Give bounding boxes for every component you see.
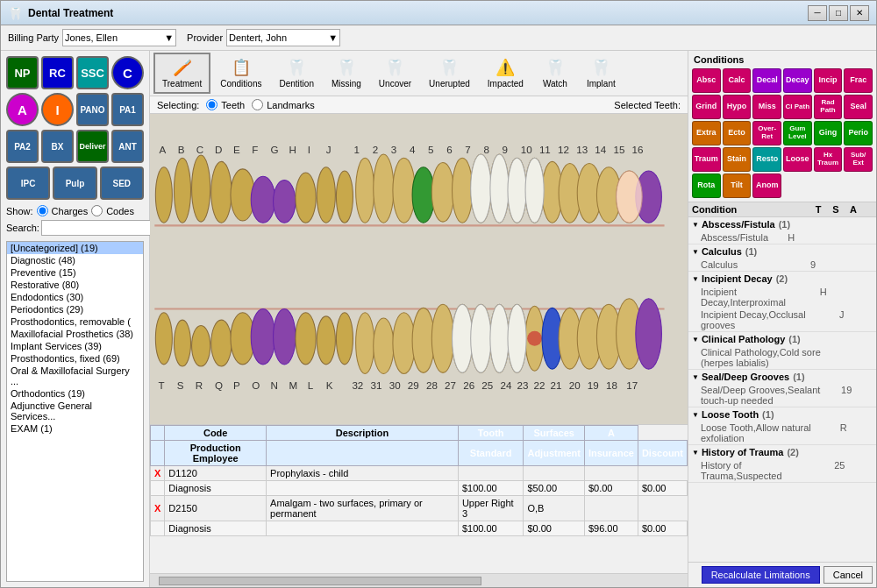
cond-btn-absc[interactable]: Absc (692, 68, 721, 93)
recalculate-button[interactable]: Recalculate Limitations (702, 566, 820, 584)
conditions-list[interactable]: Condition T S A ▼ Abscess/Fistula (1) Ab… (688, 202, 876, 562)
bx-button[interactable]: BX (41, 130, 74, 163)
tree-item-exam[interactable]: EXAM (1) (7, 422, 143, 435)
table-row[interactable]: X D1120 Prophylaxis - child (151, 466, 688, 481)
pa1-button[interactable]: PA1 (111, 93, 144, 126)
pano-button[interactable]: PANO (76, 93, 109, 126)
ant-button[interactable]: ANT (111, 130, 144, 163)
landmarks-radio[interactable] (252, 99, 263, 110)
cond-btn-over-ret[interactable]: Over-Ret (752, 121, 781, 145)
pa2-button[interactable]: PA2 (6, 130, 39, 163)
cond-btn-sub-ext[interactable]: Sub/ Ext (844, 147, 873, 172)
cond-btn-resto[interactable]: Resto (752, 147, 781, 172)
rc-button[interactable]: RC (41, 56, 74, 89)
ssc-button[interactable]: SSC (76, 56, 109, 89)
teeth-radio[interactable] (206, 99, 217, 110)
horizontal-scrollbar[interactable] (150, 573, 688, 587)
cond-btn-hx-traum[interactable]: Hx Traum (814, 147, 843, 172)
cond-group-seal-header[interactable]: ▼ Seal/Deep Grooves (1) (688, 370, 876, 384)
cond-btn-grind[interactable]: Grind (692, 95, 721, 119)
cond-group-clinical-header[interactable]: ▼ Clinical Pathology (1) (688, 332, 876, 346)
a-button[interactable]: A (6, 93, 39, 126)
cond-btn-decay[interactable]: Decay (783, 68, 812, 93)
cond-btn-gum-level[interactable]: Gum Level (783, 121, 812, 145)
tree-item-oral-surg[interactable]: Oral & Maxillofacial Surgery ... (7, 365, 143, 387)
cond-btn-frac[interactable]: Frac (844, 68, 873, 93)
tab-conditions[interactable]: 📋 Conditions (212, 53, 269, 94)
tab-implant[interactable]: 🦷 Implant (579, 53, 624, 94)
tree-item-maxillo[interactable]: Maxillofacial Prosthetics (38) (7, 328, 143, 340)
maximize-button[interactable]: □ (829, 5, 848, 21)
table-row-sub[interactable]: Diagnosis $100.00 $50.00 $0.00 $0.00 (151, 481, 688, 496)
tree-item-endodontics[interactable]: Endodontics (30) (7, 291, 143, 303)
cond-btn-hypo[interactable]: Hypo (723, 95, 752, 119)
show-codes-radio[interactable] (91, 205, 103, 216)
table-row-sub[interactable]: Diagnosis $100.00 $0.00 $96.00 $0.00 (151, 521, 688, 536)
cond-btn-miss[interactable]: Miss (752, 95, 781, 119)
tree-item-diagnostic[interactable]: Diagnostic (48) (7, 254, 143, 266)
billing-party-select[interactable]: Jones, Ellen ▼ (62, 29, 176, 46)
cond-btn-cl-path[interactable]: Cl Path (783, 95, 812, 119)
minimize-button[interactable]: ─ (808, 5, 827, 21)
c-button[interactable]: C (111, 56, 144, 89)
tree-item-preventive[interactable]: Preventive (15) (7, 266, 143, 279)
tree-item-uncategorized[interactable]: [Uncategorized] (19) (7, 242, 143, 254)
pulp-button[interactable]: Pulp (53, 166, 96, 200)
cond-btn-rota[interactable]: Rota (692, 174, 721, 198)
cond-btn-decal[interactable]: Decal (752, 68, 781, 93)
cond-group-abscess-header[interactable]: ▼ Abscess/Fistula (1) (688, 217, 876, 231)
cond-btn-loose[interactable]: Loose (783, 147, 812, 172)
tree-item-ortho[interactable]: Orthodontics (19) (7, 387, 143, 400)
cond-btn-ecto[interactable]: Ecto (723, 121, 752, 145)
tab-treatment[interactable]: 🪥 Treatment (153, 53, 210, 94)
sed-button[interactable]: SED (100, 166, 144, 200)
cond-btn-ging[interactable]: Ging (814, 121, 843, 145)
procedures-table-wrapper[interactable]: Code Description Tooth Surfaces A Produc… (150, 425, 688, 573)
cond-btn-rad-path[interactable]: Rad Path (814, 95, 843, 119)
i-button[interactable]: I (41, 93, 74, 126)
tab-dentition[interactable]: 🦷 Dentition (271, 53, 321, 94)
cond-btn-incip[interactable]: Incip (814, 68, 843, 93)
np-button[interactable]: NP (6, 56, 39, 89)
tab-unerupted[interactable]: 🦷 Unerupted (421, 53, 478, 94)
ipc-button[interactable]: IPC (6, 166, 50, 200)
cond-btn-traum[interactable]: Traum (692, 147, 721, 172)
cond-btn-seal[interactable]: Seal (844, 95, 873, 119)
uncover-icon: 🦷 (385, 58, 404, 77)
tree-item-restorative[interactable]: Restorative (80) (7, 279, 143, 291)
tab-missing[interactable]: 🦷 Missing (324, 53, 369, 94)
cond-btn-calc[interactable]: Calc (723, 68, 752, 93)
tooth-chart[interactable]: ABC DEF GHI J12 345 678 91011 121314 151… (150, 114, 688, 425)
tree-item-adjunctive[interactable]: Adjunctive General Services... (7, 400, 143, 422)
provider-select[interactable]: Dentert, John ▼ (226, 29, 340, 46)
tab-impacted[interactable]: ⚠️ Impacted (480, 53, 531, 94)
tree-item-implant[interactable]: Implant Services (39) (7, 340, 143, 352)
table-row[interactable]: X D2150 Amalgam - two surfaces, primary … (151, 496, 688, 521)
loose-s: R (837, 422, 851, 443)
tab-watch[interactable]: 🦷 Watch (533, 53, 577, 94)
cond-btn-anom[interactable]: Anom (752, 174, 781, 198)
tree-item-prostho-fixed[interactable]: Prosthodontics, fixed (69) (7, 352, 143, 365)
procedure-tree[interactable]: [Uncategorized] (19) Diagnostic (48) Pre… (6, 241, 144, 582)
search-input[interactable] (41, 220, 168, 236)
proc-code: D2150 (165, 496, 267, 521)
cond-btn-perio[interactable]: Perio (844, 121, 873, 145)
cond-btn-extra[interactable]: Extra (692, 121, 721, 145)
svg-text:3: 3 (391, 144, 396, 155)
show-charges-radio[interactable] (37, 205, 48, 216)
tree-item-periodontics[interactable]: Periodontics (29) (7, 303, 143, 315)
cond-group-trauma-header[interactable]: ▼ History of Trauma (2) (688, 445, 876, 459)
cond-group-loose-header[interactable]: ▼ Loose Tooth (1) (688, 407, 876, 422)
tab-uncover[interactable]: 🦷 Uncover (371, 53, 419, 94)
cond-btn-tilt[interactable]: Tilt (723, 174, 752, 198)
cond-btn-stain[interactable]: Stain (723, 147, 752, 172)
close-button[interactable]: ✕ (850, 5, 869, 21)
teeth-radio-label: Teeth (221, 100, 245, 110)
svg-point-65 (374, 318, 394, 373)
cancel-button[interactable]: Cancel (824, 566, 873, 584)
cond-group-incipient-header[interactable]: ▼ Incipient Decay (2) (688, 272, 876, 286)
tree-item-prostho-rem[interactable]: Prosthodontics, removable ( (7, 315, 143, 328)
deliver-button[interactable]: Deliver (76, 130, 109, 163)
svg-point-26 (155, 167, 172, 223)
cond-group-calculus-header[interactable]: ▼ Calculus (1) (688, 244, 876, 259)
